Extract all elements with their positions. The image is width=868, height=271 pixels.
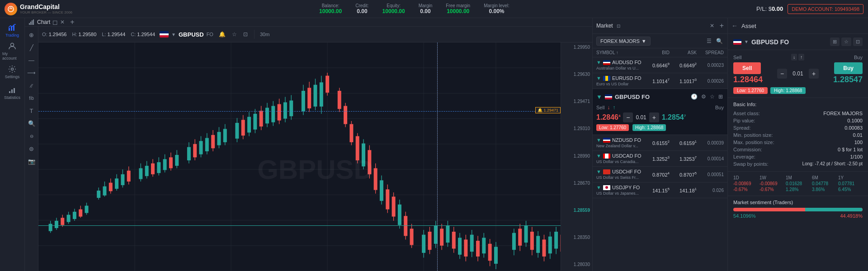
svg-rect-60 (121, 174, 124, 185)
expand-arrow-usdchf[interactable]: ▼ (596, 169, 601, 174)
chart-star-button[interactable]: ☆ (231, 30, 238, 38)
gbpusd-star-button[interactable]: ☆ (709, 93, 716, 101)
expand-arrow-usdjpy[interactable]: ▼ (596, 185, 601, 190)
asset-expand-arrow[interactable]: ▼ (744, 39, 749, 44)
svg-rect-74 (169, 157, 173, 168)
market-row-usdcad[interactable]: ▼ USDCAD FO US Dollar vs Canadia... 1.32… (593, 151, 727, 167)
swap-label: Swap by points: (733, 161, 769, 167)
camera-tool[interactable]: 📷 (26, 155, 38, 167)
sidebar-account-label: My account (2, 51, 22, 61)
sidebar-item-statistics[interactable]: Statistics (2, 83, 22, 103)
margin-level-value: 0.00% (489, 8, 504, 14)
market-search-button[interactable]: 🔍 (715, 37, 724, 45)
pip-value: 0.1000 (847, 118, 863, 123)
gbpusd-settings-button[interactable]: ⚙ (700, 93, 707, 101)
credit-label: Credit: (355, 3, 368, 8)
spread-label: Spread: (733, 125, 751, 131)
expand-arrow-nzdusd[interactable]: ▼ (596, 137, 601, 143)
asset-star-button[interactable]: ☆ (841, 37, 851, 46)
fib-tool[interactable]: fib (26, 92, 38, 104)
chart-tab-add-button[interactable]: + (70, 18, 74, 26)
asset-low-badge: Low: 1.27760 (733, 87, 768, 94)
channel-tool[interactable]: ⫽ (26, 79, 38, 91)
symbol-sort-icon[interactable]: ↑ (616, 50, 618, 55)
market-panel-close-icon[interactable]: ✕ (710, 23, 714, 29)
sell-side: Sell 1.28464 (733, 62, 763, 84)
market-row-audusd[interactable]: ▼ AUDUSD FO Australian Dollar vs U... 0.… (593, 57, 727, 73)
svg-rect-76 (175, 155, 179, 166)
balance-label: Balance: (322, 3, 340, 8)
ray-tool[interactable]: ⟶ (26, 67, 38, 79)
info-row-min-pos: Min. position size: 0.01 (733, 131, 863, 139)
sidebar-item-settings[interactable]: Settings (2, 62, 22, 82)
market-row-usdjpy[interactable]: ▼ USDJPY FO US Dollar vs Japanes... 141.… (593, 182, 727, 198)
expand-arrow-audusd[interactable]: ▼ (596, 60, 601, 65)
market-panel-add-button[interactable]: + (720, 22, 724, 30)
zoom-in-tool[interactable]: 🔍 (26, 117, 38, 129)
asset-qty-plus-button[interactable]: + (809, 69, 819, 79)
svg-rect-64 (139, 168, 142, 179)
credit-stat: Credit: 0.00 (355, 3, 368, 14)
asset-chart-button[interactable]: ⊞ (830, 37, 840, 46)
asset-back-button[interactable]: ← (731, 22, 738, 29)
demo-account-button[interactable]: DEMO ACCOUNT: 109493498 (788, 4, 863, 14)
gbpusd-sell-price[interactable]: 1.28464 (596, 113, 620, 121)
market-row-usdchf[interactable]: ▼ USDCHF FO US Dollar vs Swiss Fr... 0.8… (593, 167, 727, 182)
free-margin-label: Free margin (446, 3, 470, 8)
svg-rect-12 (33, 19, 34, 25)
asset-sell-button[interactable]: Sell (733, 62, 761, 74)
trade-down-arrow-button[interactable]: ↓ (791, 54, 797, 61)
svg-rect-154 (440, 229, 443, 245)
chart-settings-button[interactable]: ⊡ (242, 30, 249, 38)
info-row-commission: Commission: 0 $ for 1 lot (733, 146, 863, 153)
chart-tab-x-icon[interactable]: ✕ (60, 19, 65, 25)
perf-6m-tf: 6M (812, 175, 836, 180)
timeframe-label[interactable]: 30m (260, 32, 269, 37)
text-tool[interactable]: T (26, 105, 38, 117)
svg-rect-146 (410, 229, 414, 245)
current-price-axis: 1.28559 (563, 208, 590, 213)
svg-rect-188 (554, 232, 558, 248)
gbpusd-qty-minus-button[interactable]: − (623, 112, 633, 122)
perf-6m-pct: 3.86% (812, 187, 836, 192)
hline-tool[interactable]: — (26, 54, 38, 66)
asset-buy-button[interactable]: Buy (834, 62, 863, 74)
chart-tab-close-icon[interactable]: ◻ (52, 19, 58, 26)
asset-sell-label: Sell (733, 55, 741, 60)
symbol-dropdown-arrow[interactable]: ▼ (171, 32, 176, 37)
asset-settings-button[interactable]: ⊡ (853, 37, 863, 46)
market-row-nzdusd[interactable]: ▼ NZDUSD FO New Zealand Dollar v... 0.61… (593, 135, 727, 151)
zoom-out-tool[interactable]: ⊖ (26, 130, 38, 142)
svg-rect-164 (470, 235, 474, 252)
sidebar-item-my-account[interactable]: My account (2, 41, 22, 61)
gbpusd-qty-plus-button[interactable]: + (649, 112, 659, 122)
market-row-eurusd[interactable]: ▼ EURUSD FO Euro vs US Dollar 1.10147 1.… (593, 73, 727, 89)
usdjpy-spread: 0.026 (697, 188, 724, 193)
crosshair-tool[interactable]: ⊕ (26, 29, 38, 41)
svg-rect-54 (103, 187, 106, 196)
trade-up-arrow-button[interactable]: ↑ (798, 54, 804, 61)
svg-rect-178 (524, 226, 528, 243)
eurusd-symbol-name: ▼ EURUSD FO (596, 75, 642, 81)
magnet-tool[interactable]: ⊚ (26, 143, 38, 154)
expand-arrow-gbpusd[interactable]: ▼ (596, 93, 602, 100)
margin-level-label: Margin level: (484, 3, 509, 8)
gbpusd-qty-value: 0.01 (636, 114, 646, 121)
expand-arrow-usdcad[interactable]: ▼ (596, 153, 601, 159)
asset-qty-minus-button[interactable]: − (777, 69, 787, 79)
market-menu-button[interactable]: ☰ (706, 37, 712, 45)
sidebar-item-trading[interactable]: Trading (2, 20, 22, 40)
expand-arrow-eurusd[interactable]: ▼ (596, 75, 601, 81)
gbpusd-expand-button[interactable]: ⊞ (717, 93, 724, 101)
chart-canvas[interactable]: GBPUSD 🔔 1.29471 1.28559 (38, 42, 592, 271)
line-tool[interactable]: ╱ (26, 42, 38, 53)
svg-rect-56 (109, 183, 113, 192)
chart-tab[interactable]: Chart ◻ ✕ (28, 19, 65, 26)
balance-stat: Balance: 10000.00 (319, 3, 342, 14)
market-filter-dropdown[interactable]: FOREX MAJORS ▼ (596, 37, 651, 46)
pl-display: P/L: $0.00 (756, 5, 783, 12)
gbpusd-buy-price[interactable]: 1.28547 (662, 113, 686, 121)
gbpusd-clock-button[interactable]: 🕐 (690, 93, 698, 101)
perf-1m-pct: 1.28% (786, 187, 810, 192)
chart-alert-button[interactable]: 🔔 (218, 30, 226, 38)
